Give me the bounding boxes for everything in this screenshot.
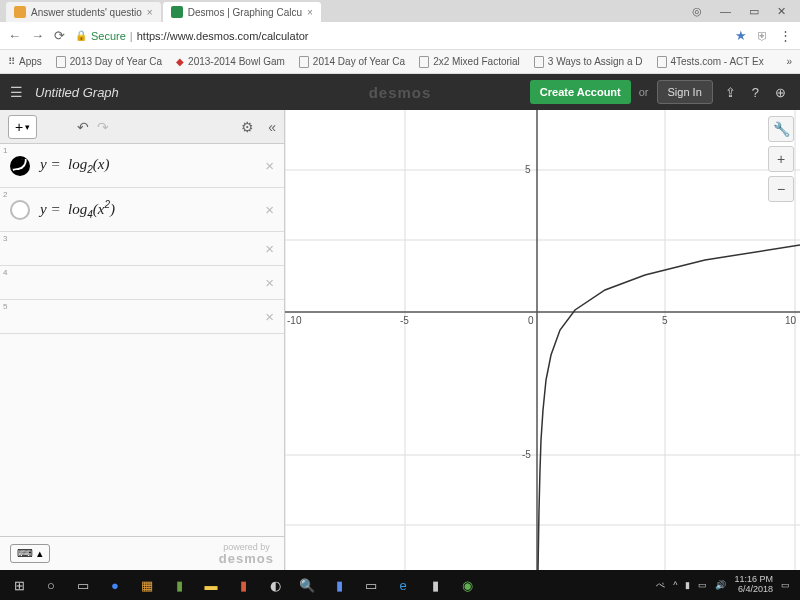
bookmark-item[interactable]: 2x2 Mixed Factorial [419,56,520,68]
system-clock[interactable]: 11:16 PM6/4/2018 [734,575,773,595]
formula-text[interactable]: y = log2(x) [40,156,109,175]
formula-text[interactable]: y = log4(x2) [40,199,115,220]
create-account-button[interactable]: Create Account [530,80,631,104]
close-icon[interactable]: × [147,7,153,18]
delete-icon[interactable]: × [265,201,274,218]
delete-icon[interactable]: × [265,308,274,325]
collapse-panel-button[interactable]: « [268,119,276,135]
network-icon[interactable]: ▮ [685,580,690,590]
zoom-in-button[interactable]: + [768,146,794,172]
app-icon[interactable]: ▮ [324,572,354,598]
url-field[interactable]: 🔒 Secure | https://www.desmos.com/calcul… [75,30,725,42]
app-icon[interactable]: ▮ [164,572,194,598]
language-icon[interactable]: ⊕ [771,85,790,100]
reload-button[interactable]: ⟳ [54,28,65,43]
sign-in-button[interactable]: Sign In [657,80,713,104]
svg-text:5: 5 [662,315,668,326]
app-icon[interactable]: ▭ [356,572,386,598]
row-number: 3 [3,234,7,243]
share-icon[interactable]: ⇪ [721,85,740,100]
start-button[interactable]: ⊞ [4,572,34,598]
color-swatch[interactable] [10,156,30,176]
expression-row[interactable]: 1y = log2(x)× [0,144,284,188]
zoom-out-button[interactable]: − [768,176,794,202]
delete-icon[interactable]: × [265,157,274,174]
bookmark-item[interactable]: ◆2013-2014 Bowl Gam [176,56,285,67]
row-number: 2 [3,190,7,199]
or-label: or [639,86,649,98]
windows-taskbar: ⊞ ○ ▭ ● ▦ ▮ ▬ ▮ ◐ 🔍 ▮ ▭ e ▮ ◉ ぺ ^ ▮ ▭ 🔊 … [0,570,800,600]
close-window-icon[interactable]: ✕ [777,5,786,18]
browser-tab[interactable]: Answer students' questio× [6,2,161,22]
magnifier-icon[interactable]: 🔍 [292,572,322,598]
tray-up-icon[interactable]: ^ [673,580,677,590]
redo-button[interactable]: ↷ [97,119,109,135]
apps-button[interactable]: ⠿ Apps [8,56,42,67]
folder-icon[interactable]: ▬ [196,572,226,598]
undo-button[interactable]: ↶ [77,119,89,135]
delete-icon[interactable]: × [265,240,274,257]
search-icon[interactable]: ○ [36,572,66,598]
bookmarks-bar: ⠿ Apps 2013 Day of Year Ca ◆2013-2014 Bo… [0,50,800,74]
battery-icon[interactable]: ▭ [698,580,707,590]
menu-icon[interactable]: ☰ [10,84,23,100]
bookmark-item[interactable]: 4Tests.com - ACT Ex [657,56,764,68]
secure-label: Secure [91,30,126,42]
tab-title: Desmos | Graphing Calcu [188,7,302,18]
minimize-icon[interactable]: — [720,5,731,17]
help-icon[interactable]: ? [748,85,763,100]
svg-text:0: 0 [528,315,534,326]
app-icon[interactable]: ◉ [452,572,482,598]
tab-title: Answer students' questio [31,7,142,18]
user-icon[interactable]: ◎ [692,5,702,18]
chrome-icon[interactable]: ● [100,572,130,598]
volume-icon[interactable]: 🔊 [715,580,726,590]
maximize-icon[interactable]: ▭ [749,5,759,18]
svg-text:-5: -5 [522,449,531,460]
bookmark-star-icon[interactable]: ★ [735,28,747,43]
graph-title[interactable]: Untitled Graph [35,85,119,100]
desmos-logo: desmos [369,84,432,101]
settings-icon[interactable]: ⚙ [241,119,254,135]
browser-tab-active[interactable]: Desmos | Graphing Calcu× [163,2,321,22]
row-number: 1 [3,146,7,155]
app-icon[interactable]: ▦ [132,572,162,598]
add-expression-button[interactable]: +▾ [8,115,37,139]
close-icon[interactable]: × [307,7,313,18]
row-number: 5 [3,302,7,311]
menu-icon[interactable]: ⋮ [779,28,792,43]
keyboard-button[interactable]: ⌨▴ [10,544,50,563]
favicon-icon [14,6,26,18]
expression-row[interactable]: 2y = log4(x2)× [0,188,284,232]
app-icon[interactable]: ▮ [420,572,450,598]
forward-button[interactable]: → [31,28,44,43]
bookmark-item[interactable]: 2013 Day of Year Ca [56,56,162,68]
task-view-icon[interactable]: ▭ [68,572,98,598]
row-number: 4 [3,268,7,277]
notifications-icon[interactable]: ▭ [781,580,790,590]
back-button[interactable]: ← [8,28,21,43]
expression-row[interactable]: 4× [0,266,284,300]
svg-text:10: 10 [785,315,797,326]
lock-icon: 🔒 [75,30,87,41]
bookmark-item[interactable]: 2014 Day of Year Ca [299,56,405,68]
svg-text:5: 5 [525,164,531,175]
shield-icon[interactable]: ⛨ [757,29,769,43]
graph-canvas[interactable]: -10-50510 5-5 🔧 + − [285,110,800,570]
expression-row[interactable]: 3× [0,232,284,266]
wrench-icon[interactable]: 🔧 [768,116,794,142]
bookmarks-overflow[interactable]: » [786,56,792,67]
color-swatch[interactable] [10,200,30,220]
app-icon[interactable]: ◐ [260,572,290,598]
bookmark-item[interactable]: 3 Ways to Assign a D [534,56,643,68]
delete-icon[interactable]: × [265,274,274,291]
panel-toolbar: +▾ ↶ ↷ ⚙ « [0,110,284,144]
edge-icon[interactable]: e [388,572,418,598]
address-bar: ← → ⟳ 🔒 Secure | https://www.desmos.com/… [0,22,800,50]
browser-tabstrip: Answer students' questio× Desmos | Graph… [0,0,800,22]
expression-row[interactable]: 5× [0,300,284,334]
app-icon[interactable]: ▮ [228,572,258,598]
main-content: +▾ ↶ ↷ ⚙ « 1y = log2(x)×2y = log4(x2)×3×… [0,110,800,570]
tray-icon[interactable]: ぺ [656,579,665,592]
window-controls: ◎ — ▭ ✕ [692,0,800,22]
